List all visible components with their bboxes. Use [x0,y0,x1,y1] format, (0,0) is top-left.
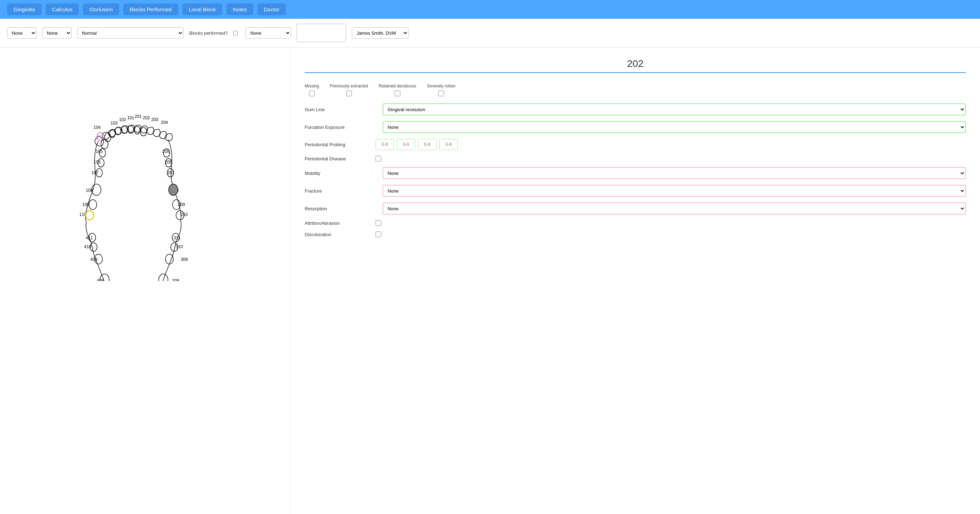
perio-disease-row: Periodontal Disease [305,156,966,162]
tooth-208-shape[interactable] [169,184,178,195]
tooth-201-shape[interactable] [121,126,127,133]
attrition-label: Attrition/Abrasion [305,221,375,226]
local-block-button[interactable]: Local Block [183,3,223,15]
tooth-203-shape[interactable] [134,126,140,134]
occlusion-button[interactable]: Occlusion [83,3,119,15]
gingivitis-select[interactable]: None Stage 1 Stage 2 Stage 3 Stage 4 [7,27,37,38]
discoloration-checkbox[interactable] [375,232,381,237]
tooth-label-104: 104 [94,125,100,130]
tooth-label-308: 308 [172,278,179,281]
probing-input-3[interactable] [418,139,436,150]
occlusion-select[interactable]: Normal Class I Class II Class III Open B… [77,27,183,38]
tooth-109-shape[interactable] [89,200,97,209]
tooth-number-title: 202 [305,58,966,70]
upper-arch-right [168,140,181,219]
lower-left-arch [86,221,106,281]
dental-chart-panel: 104 103 102 101 201 202 203 204 105 106 … [0,48,291,514]
fracture-row: Fracture None Enamel Crown Crown+Pulp Ro… [305,185,966,197]
blocks-performed-checkbox[interactable] [233,31,238,35]
tooth-label-408: 408 [97,278,104,281]
sub-bar: None Stage 1 Stage 2 Stage 3 Stage 4 Non… [0,19,980,48]
fracture-select[interactable]: None Enamel Crown Crown+Pulp Root [383,185,966,197]
fracture-label: Fracture [305,188,375,194]
previously-extracted-label: Previously extracted [330,84,368,89]
mobility-label: Mobility [305,171,375,176]
probing-input-1[interactable] [375,139,394,150]
gum-line-label: Gum Line [305,107,375,112]
severely-rotten-status: Severely rotten [427,84,456,96]
tooth-status-row: Missing Previously extracted Retained de… [305,84,966,96]
notes-textarea[interactable] [297,24,346,42]
missing-label: Missing [305,84,319,89]
severely-rotten-checkbox[interactable] [438,90,444,96]
blocks-performed-label: Blocks performed? [189,30,228,36]
tooth-110-shape[interactable] [86,211,94,220]
resorption-label: Resorption [305,206,375,211]
doctor-select[interactable]: James Smith, DVM [352,27,409,38]
resorption-row: Resorption None External Internal [305,203,966,214]
tooth-103-shape[interactable] [105,133,111,141]
probing-label: Periodontal Probing [305,142,375,147]
dental-chart-svg[interactable]: 104 103 102 101 201 202 203 204 105 106 … [7,54,276,281]
lower-right-arch [162,220,181,281]
tooth-label-309: 309 [181,257,188,262]
retained-deciduous-label: Retained deciduous [379,84,416,89]
mobility-row: Mobility None Stage 1 Stage 2 Stage 3 [305,167,966,179]
retained-deciduous-checkbox[interactable] [395,90,400,96]
probing-inputs [375,139,458,150]
tooth-label-101: 101 [127,116,134,121]
tooth-label-103: 103 [111,121,118,126]
tooth-104-shape[interactable] [101,140,108,149]
furcation-row: Furcation Exposure None Stage 1 Stage 2 … [305,121,966,133]
tooth-divider [305,72,966,73]
tooth-label-310: 310 [176,244,183,249]
gum-line-row: Gum Line Gingival recession None Gingiva… [305,103,966,116]
discoloration-row: Discoloration [305,232,966,237]
tooth-label-203: 203 [151,117,158,122]
furcation-select[interactable]: None Stage 1 Stage 2 Stage 3 [383,121,966,133]
calculus-select[interactable]: None Stage 1 Stage 2 Stage 3 [42,27,72,38]
tooth-label-210: 210 [181,212,188,217]
discoloration-label: Discoloration [305,232,375,237]
mobility-select[interactable]: None Stage 1 Stage 2 Stage 3 [383,167,966,179]
dental-chart[interactable]: 104 103 102 101 201 202 203 204 105 106 … [7,54,283,285]
blocks-performed-button[interactable]: Blocks Performed [123,3,178,15]
probing-row: Periodontal Probing [305,139,966,150]
top-bar: Gingivitis Calculus Occlusion Blocks Per… [0,0,980,19]
missing-checkbox[interactable] [309,90,315,96]
doctor-button[interactable]: Doctor [258,3,286,15]
previously-extracted-checkbox[interactable] [346,90,352,96]
perio-disease-label: Periodontal Disease [305,156,375,162]
gingivitis-button[interactable]: Gingivitis [7,3,41,15]
previously-extracted-status: Previously extracted [330,84,368,96]
main-area: 104 103 102 101 201 202 203 204 105 106 … [0,48,980,514]
probing-input-2[interactable] [397,139,415,150]
retained-deciduous-status: Retained deciduous [379,84,416,96]
resorption-select[interactable]: None External Internal [383,203,966,214]
tooth-detail-panel: 202 Missing Previously extracted Retaine… [291,48,980,514]
tooth-label-204: 204 [161,120,168,125]
perio-disease-checkbox[interactable] [375,156,381,162]
tooth-101-shape[interactable] [115,127,121,135]
severely-rotten-label: Severely rotten [427,84,456,89]
notes-button[interactable]: Notes [226,3,253,15]
tooth-label-102: 102 [119,117,126,122]
attrition-checkbox[interactable] [375,220,381,226]
local-block-select[interactable]: None Inferior alveolar Mental Infraorbit… [245,27,291,38]
tooth-label-311: 311 [173,235,181,240]
calculus-button[interactable]: Calculus [46,3,79,15]
furcation-label: Furcation Exposure [305,125,375,130]
tooth-label-202: 202 [143,116,150,121]
attrition-row: Attrition/Abrasion [305,220,966,226]
tooth-label-201: 201 [135,114,142,119]
tooth-309-shape[interactable] [165,254,173,264]
probing-input-4[interactable] [439,139,458,150]
gum-line-select[interactable]: Gingival recession None Gingival hyperpl… [383,103,966,116]
missing-status: Missing [305,84,319,96]
